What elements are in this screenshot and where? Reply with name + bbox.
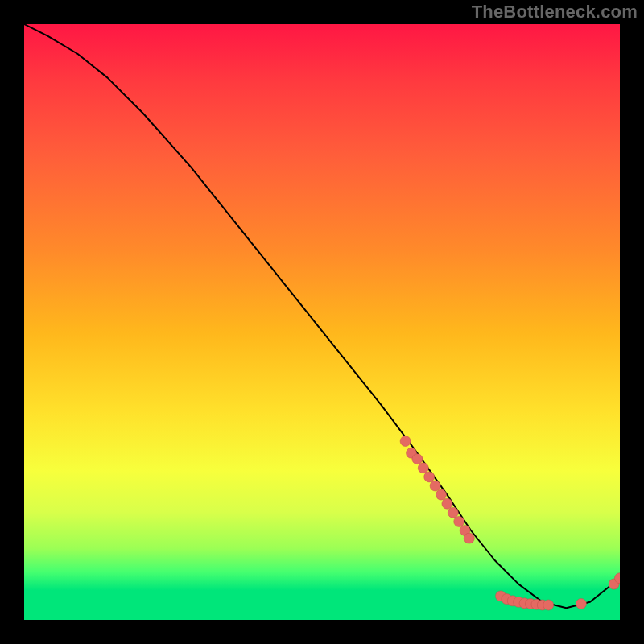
curve-marker: [436, 489, 447, 500]
curve-marker: [543, 600, 554, 610]
chart-frame: TheBottleneck.com: [0, 0, 644, 644]
curve-marker: [442, 498, 452, 509]
curve-marker: [576, 599, 586, 609]
curve-marker: [418, 463, 428, 473]
curve-marker: [400, 436, 411, 447]
curve-marker: [454, 516, 464, 526]
curve-markers: [400, 436, 620, 611]
curve-marker: [448, 507, 458, 518]
bottleneck-curve-line: [24, 24, 620, 608]
curve-marker: [412, 454, 423, 464]
curve-marker: [424, 472, 435, 482]
plot-area: [24, 24, 620, 620]
curve-marker: [430, 481, 440, 491]
curve-marker: [464, 533, 474, 543]
watermark-label: TheBottleneck.com: [472, 2, 638, 23]
bottleneck-curve-svg: [24, 24, 620, 620]
